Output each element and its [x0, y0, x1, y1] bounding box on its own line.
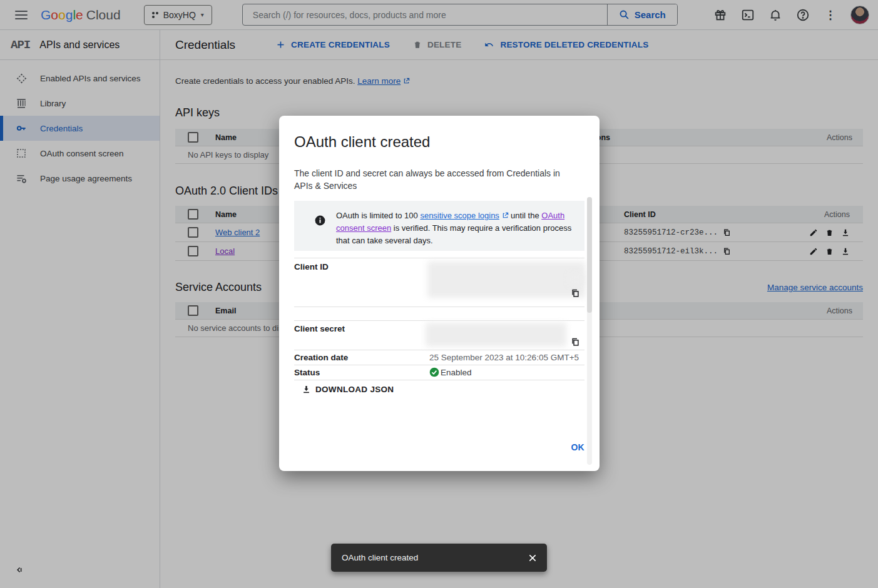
divider: [294, 307, 584, 307]
oauth-limit-notice: OAuth is limited to 100 sensitive scope …: [294, 201, 584, 251]
client-secret-label: Client secret: [294, 324, 345, 333]
divider: [294, 258, 584, 258]
creation-date-value: 25 September 2023 at 10:26:05 GMT+5: [429, 353, 579, 362]
dialog-subtitle: The client ID and secret can always be a…: [294, 167, 573, 192]
notice-text: OAuth is limited to 100 sensitive scope …: [336, 210, 574, 251]
divider: [294, 320, 584, 321]
client-id-redacted-value: [568, 273, 584, 286]
copy-icon[interactable]: [571, 337, 580, 349]
download-json-button[interactable]: DOWNLOAD JSON: [302, 385, 394, 394]
external-link-icon: [502, 212, 509, 219]
divider: [294, 380, 584, 380]
client-secret-redacted-value: [426, 323, 566, 347]
ok-button[interactable]: OK: [571, 442, 584, 452]
info-icon: [314, 215, 326, 251]
notice-mid: until the: [509, 211, 542, 220]
download-json-label: DOWNLOAD JSON: [315, 385, 394, 394]
download-icon: [302, 385, 311, 394]
modal-scrollbar[interactable]: [587, 197, 592, 465]
creation-date-label: Creation date: [294, 353, 348, 362]
snackbar-message: OAuth client created: [342, 553, 418, 562]
status-value: Enabled: [441, 368, 472, 377]
dialog-title: OAuth client created: [294, 133, 430, 151]
google-cloud-console: G o o g l e Cloud BoxyHQ ▾ Search: [0, 0, 878, 588]
client-id-label: Client ID: [294, 262, 329, 271]
client-id-redacted-value: [427, 261, 585, 298]
check-circle-icon: [429, 367, 439, 380]
divider: [294, 365, 584, 365]
divider: [294, 350, 584, 350]
oauth-client-created-dialog: OAuth client created The client ID and s…: [279, 116, 600, 471]
sensitive-scope-logins-link[interactable]: sensitive scope logins: [420, 211, 499, 220]
copy-icon[interactable]: [571, 288, 580, 300]
close-icon[interactable]: [528, 553, 538, 563]
notice-pre: OAuth is limited to 100: [336, 211, 420, 220]
snackbar: OAuth client created: [331, 544, 547, 572]
status-label: Status: [294, 368, 320, 377]
